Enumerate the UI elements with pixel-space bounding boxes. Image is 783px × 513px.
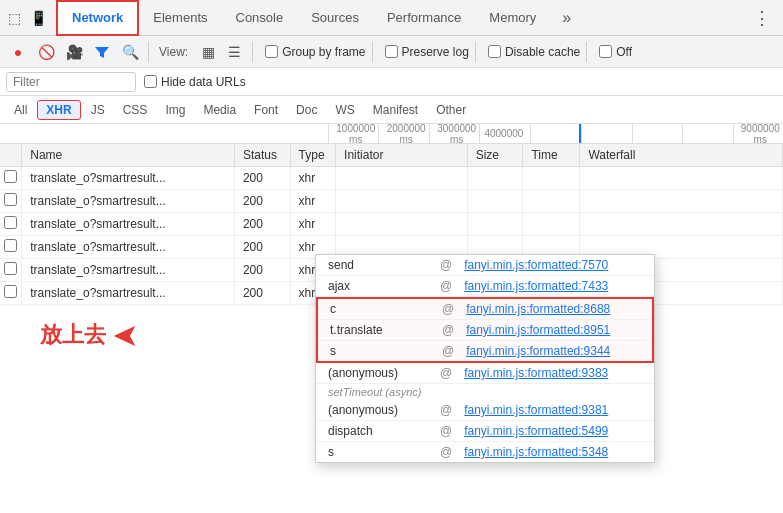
callstack-link-anon1[interactable]: fanyi.min.js:formatted:9383	[464, 366, 608, 380]
view-label: View:	[159, 45, 188, 59]
type-btn-doc[interactable]: Doc	[288, 101, 325, 119]
tab-performance[interactable]: Performance	[373, 0, 475, 36]
toolbar-separator-1	[148, 42, 149, 62]
type-filter-row: All XHR JS CSS Img Media Font Doc WS Man…	[0, 96, 783, 124]
toolbar-separator-2	[252, 42, 253, 62]
row-waterfall	[580, 190, 783, 213]
tab-bar: ⬚ 📱 Network Elements Console Sources Per…	[0, 0, 783, 36]
type-btn-font[interactable]: Font	[246, 101, 286, 119]
group-by-frame-checkbox[interactable]: Group by frame	[265, 45, 365, 59]
col-waterfall[interactable]: Waterfall	[580, 144, 783, 167]
more-tabs-button[interactable]: »	[554, 5, 579, 31]
col-time[interactable]: Time	[523, 144, 580, 167]
annotation-text: 放上去	[40, 320, 106, 350]
row-checkbox[interactable]	[4, 216, 17, 229]
grid-view-button[interactable]: ▦	[196, 40, 220, 64]
preserve-log-checkbox[interactable]: Preserve log	[385, 45, 469, 59]
type-btn-ws[interactable]: WS	[327, 101, 362, 119]
view-toggle: ▦ ☰	[196, 40, 246, 64]
row-time	[523, 213, 580, 236]
row-time	[523, 167, 580, 190]
row-status: 200	[234, 213, 290, 236]
tick-5	[530, 124, 581, 143]
callstack-func-c: c	[330, 302, 430, 316]
tab-memory[interactable]: Memory	[475, 0, 550, 36]
row-time	[523, 190, 580, 213]
type-btn-xhr[interactable]: XHR	[37, 100, 80, 120]
row-checkbox[interactable]	[4, 285, 17, 298]
callstack-link-dispatch[interactable]: fanyi.min.js:formatted:5499	[464, 424, 608, 438]
camera-button[interactable]: 🎥	[62, 40, 86, 64]
callstack-link-translate[interactable]: fanyi.min.js:formatted:8951	[466, 323, 610, 337]
tab-sources[interactable]: Sources	[297, 0, 373, 36]
device-icon[interactable]: 📱	[28, 8, 48, 28]
callstack-popup: send @ fanyi.min.js:formatted:7570 ajax …	[315, 254, 655, 463]
annotation-arrow: ➤	[112, 316, 139, 354]
row-checkbox[interactable]	[4, 193, 17, 206]
callstack-link-s1[interactable]: fanyi.min.js:formatted:9344	[466, 344, 610, 358]
offline-checkbox[interactable]: Off	[599, 45, 632, 59]
tick-2: 2000000 ms	[378, 124, 428, 143]
record-button[interactable]: ●	[6, 40, 30, 64]
filter-input[interactable]	[6, 72, 136, 92]
search-button[interactable]: 🔍	[118, 40, 142, 64]
table-row[interactable]: translate_o?smartresult... 200 xhr	[0, 167, 783, 190]
type-btn-css[interactable]: CSS	[115, 101, 156, 119]
callstack-link-c[interactable]: fanyi.min.js:formatted:8688	[466, 302, 610, 316]
row-size	[467, 167, 523, 190]
callstack-func-s2: s	[328, 445, 428, 459]
disable-cache-checkbox[interactable]: Disable cache	[488, 45, 580, 59]
callstack-link-send[interactable]: fanyi.min.js:formatted:7570	[464, 258, 608, 272]
type-btn-img[interactable]: Img	[157, 101, 193, 119]
type-btn-other[interactable]: Other	[428, 101, 474, 119]
hide-data-urls-checkbox[interactable]: Hide data URLs	[144, 75, 246, 89]
row-initiator	[336, 167, 468, 190]
table-row[interactable]: translate_o?smartresult... 200 xhr	[0, 190, 783, 213]
callstack-func-dispatch: dispatch	[328, 424, 428, 438]
type-btn-media[interactable]: Media	[195, 101, 244, 119]
type-btn-js[interactable]: JS	[83, 101, 113, 119]
devtools-menu-button[interactable]: ⋮	[745, 3, 779, 33]
col-initiator[interactable]: Initiator	[336, 144, 468, 167]
inspect-icon[interactable]: ⬚	[4, 8, 24, 28]
callstack-link-s2[interactable]: fanyi.min.js:formatted:5348	[464, 445, 608, 459]
row-type: xhr	[290, 167, 336, 190]
svg-marker-0	[95, 47, 109, 58]
col-name[interactable]: Name	[22, 144, 235, 167]
row-status: 200	[234, 259, 290, 282]
col-type[interactable]: Type	[290, 144, 336, 167]
toolbar-separator-3	[372, 42, 373, 62]
row-status: 200	[234, 167, 290, 190]
table-header: Name Status Type Initiator Size Time Wat…	[0, 144, 783, 167]
row-name: translate_o?smartresult...	[22, 282, 235, 305]
col-size[interactable]: Size	[467, 144, 523, 167]
tab-elements[interactable]: Elements	[139, 0, 221, 36]
col-status[interactable]: Status	[234, 144, 290, 167]
row-status: 200	[234, 282, 290, 305]
toolbar-separator-5	[586, 42, 587, 62]
tab-console[interactable]: Console	[222, 0, 298, 36]
row-checkbox[interactable]	[4, 239, 17, 252]
annotation: 放上去 ➤	[40, 316, 139, 354]
callstack-row-send: send @ fanyi.min.js:formatted:7570	[316, 255, 654, 276]
list-view-button[interactable]: ☰	[222, 40, 246, 64]
callstack-link-anon2[interactable]: fanyi.min.js:formatted:9381	[464, 403, 608, 417]
row-size	[467, 190, 523, 213]
callstack-link-ajax[interactable]: fanyi.min.js:formatted:7433	[464, 279, 608, 293]
row-name: translate_o?smartresult...	[22, 259, 235, 282]
type-btn-manifest[interactable]: Manifest	[365, 101, 426, 119]
callstack-at-1: @	[440, 258, 452, 272]
devtools-icons: ⬚ 📱	[4, 8, 48, 28]
row-checkbox[interactable]	[4, 262, 17, 275]
filter-button[interactable]	[90, 40, 114, 64]
clear-button[interactable]: 🚫	[34, 40, 58, 64]
row-checkbox[interactable]	[4, 170, 17, 183]
callstack-async-label: setTimeout (async)	[316, 384, 654, 400]
tick-4: 4000000	[479, 124, 529, 143]
callstack-at-5: @	[442, 344, 454, 358]
tick-8	[682, 124, 732, 143]
table-row[interactable]: translate_o?smartresult... 200 xhr	[0, 213, 783, 236]
type-btn-all[interactable]: All	[6, 101, 35, 119]
callstack-at-4: @	[442, 323, 454, 337]
tab-network[interactable]: Network	[56, 0, 139, 36]
